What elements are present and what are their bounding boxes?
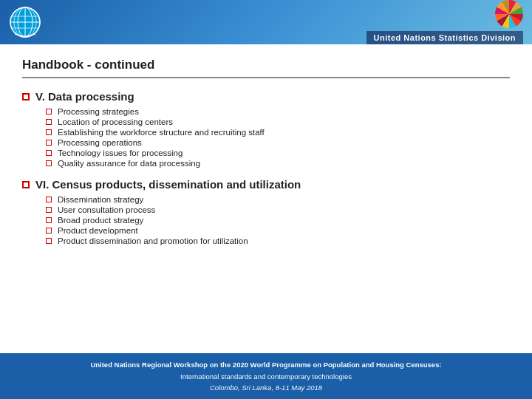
sub-bullet-icon: [46, 197, 52, 202]
list-item: Processing operations: [46, 138, 510, 147]
footer: United Nations Regional Workshop on the …: [0, 353, 532, 399]
sub-bullet-icon: [46, 217, 52, 223]
sub-bullet-icon: [46, 140, 52, 146]
section-vi-bullet-icon: [22, 181, 30, 188]
footer-line2: International standards and contemporary…: [22, 371, 510, 382]
sub-bullet-icon: [46, 109, 52, 115]
un-emblem-icon: [9, 6, 41, 38]
section-v-title: V. Data processing: [22, 90, 510, 103]
footer-text: United Nations Regional Workshop on the …: [22, 359, 510, 393]
header-right: United Nations Statistics Division: [366, 0, 523, 44]
header: United Nations Statistics Division: [0, 0, 532, 44]
section-vi: VI. Census products, dissemination and u…: [22, 178, 510, 245]
page: United Nations Statistics Division Handb…: [0, 0, 532, 399]
sub-bullet-icon: [46, 129, 52, 135]
list-item: Product development: [46, 226, 510, 235]
section-v: V. Data processing Processing strategies…: [22, 90, 510, 168]
footer-line3: Colombo, Sri Lanka, 8-11 May 2018: [22, 382, 510, 393]
sub-bullet-icon: [46, 150, 52, 156]
list-item: Establishing the workforce structure and…: [46, 128, 510, 137]
list-item: Dissemination strategy: [46, 195, 510, 204]
list-item: Broad product strategy: [46, 216, 510, 225]
section-vi-title: VI. Census products, dissemination and u…: [22, 178, 510, 191]
sub-bullet-icon: [46, 238, 52, 244]
sdg-wheel-icon: [495, 0, 523, 28]
section-vi-items: Dissemination strategy User consultation…: [22, 195, 510, 245]
section-v-bullet-icon: [22, 93, 30, 100]
section-v-items: Processing strategies Location of proces…: [22, 107, 510, 168]
main-content: Handbook - continued V. Data processing …: [0, 44, 532, 353]
list-item: Product dissemination and promotion for …: [46, 236, 510, 245]
page-title: Handbook - continued: [22, 58, 510, 78]
org-name-label: United Nations Statistics Division: [366, 31, 523, 44]
list-item: Location of processing centers: [46, 117, 510, 126]
sub-bullet-icon: [46, 207, 52, 213]
footer-line1: United Nations Regional Workshop on the …: [22, 359, 510, 370]
sub-bullet-icon: [46, 228, 52, 233]
list-item: Processing strategies: [46, 107, 510, 116]
sub-bullet-icon: [46, 119, 52, 125]
list-item: Quality assurance for data processing: [46, 159, 510, 168]
sub-bullet-icon: [46, 160, 52, 166]
list-item: User consultation process: [46, 205, 510, 214]
list-item: Technology issues for processing: [46, 149, 510, 157]
